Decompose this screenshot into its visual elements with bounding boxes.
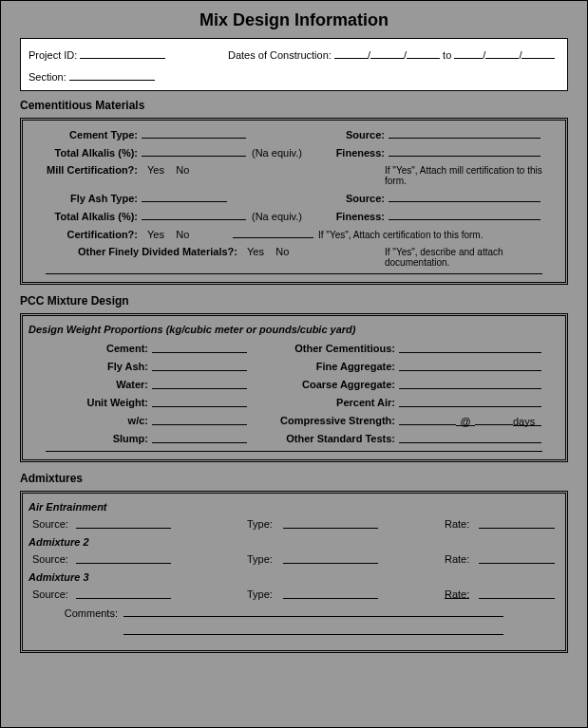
total-alkalis-field-1[interactable] (142, 146, 246, 157)
cert-note: If "Yes", Attach certification to this f… (318, 230, 560, 240)
cementitious-heading: Cementitious Materials (20, 99, 568, 112)
adm3-type-label: Type: (247, 588, 283, 601)
fineness-label-2: Fineness: (318, 211, 385, 222)
pcc-subhead: Design Weight Proportions (kg/cubic mete… (28, 324, 560, 335)
page: Mix Design Information Project ID: Dates… (0, 0, 588, 728)
pcc-water-field[interactable] (152, 379, 247, 389)
adm1-rate-label: Rate: (445, 518, 479, 531)
certification-label: Certification?: (28, 229, 138, 240)
pcc-heading: PCC Mixture Design (20, 294, 568, 308)
project-id-label: Project ID: (28, 49, 77, 61)
source-label-1: Source: (318, 129, 385, 140)
adm1-rate-field[interactable] (479, 518, 555, 529)
admixtures-box: Air Entrainment Source: Type: Rate: Admi… (20, 491, 568, 653)
adm3-source-label: Source: (28, 588, 76, 601)
pcc-other-cem-field[interactable] (399, 343, 541, 353)
adm3-heading: Admixture 3 (28, 571, 560, 583)
pcc-days-label: days (513, 416, 541, 426)
date-to-3[interactable] (522, 48, 555, 59)
project-id-field[interactable] (80, 48, 165, 59)
date-from-1[interactable] (334, 48, 368, 59)
na-equiv-2: (Na equiv.) (252, 211, 318, 222)
pcc-other-cem-label: Other Cementitious: (256, 343, 399, 355)
adm3-type-field[interactable] (283, 588, 378, 599)
pcc-wc-label: w/c: (28, 415, 152, 427)
total-alkalis-label-2: Total Alkalis (%): (28, 211, 138, 222)
pcc-unitweight-field[interactable] (152, 397, 247, 407)
fineness-field-1[interactable] (389, 146, 541, 157)
adm3-source-field[interactable] (76, 588, 171, 599)
pcc-cement-label: Cement: (28, 343, 152, 355)
adm2-rate-field[interactable] (479, 553, 555, 564)
adm2-source-field[interactable] (76, 553, 171, 564)
source-label-2: Source: (318, 193, 385, 204)
section-field[interactable] (69, 70, 155, 81)
section-label: Section: (28, 71, 66, 83)
date-from-3[interactable] (407, 48, 440, 59)
cert-no[interactable]: No (176, 229, 189, 240)
pcc-wc-field[interactable] (152, 415, 247, 425)
mill-cert-label: Mill Certification?: (28, 164, 138, 176)
fly-ash-type-field[interactable] (142, 192, 227, 202)
mill-cert-yes[interactable]: Yes (147, 164, 164, 176)
other-yes[interactable]: Yes (247, 246, 264, 257)
comments-field-1[interactable] (123, 607, 503, 617)
cementitious-sep (46, 273, 542, 274)
cementitious-box: Cement Type: Source: Total Alkalis (%): … (20, 118, 568, 285)
adm3-rate-field[interactable] (479, 588, 555, 599)
pcc-cement-field[interactable] (152, 343, 247, 353)
cement-type-label: Cement Type: (28, 129, 138, 140)
fly-ash-type-label: Fly Ash Type: (28, 193, 138, 204)
pcc-box: Design Weight Proportions (kg/cubic mete… (20, 313, 568, 462)
pcc-sep (46, 451, 542, 452)
fineness-field-2[interactable] (389, 210, 541, 220)
adm2-rate-label: Rate: (445, 553, 479, 566)
adm2-heading: Admixture 2 (28, 536, 560, 548)
total-alkalis-field-2[interactable] (142, 210, 246, 220)
na-equiv-1: (Na equiv.) (252, 147, 318, 159)
adm1-type-field[interactable] (283, 518, 378, 529)
admixtures-heading: Admixtures (20, 472, 568, 485)
air-ent-heading: Air Entrainment (28, 501, 560, 513)
pcc-fineagg-field[interactable] (399, 361, 541, 371)
other-no[interactable]: No (275, 246, 289, 257)
cement-type-field[interactable] (142, 128, 246, 139)
pcc-unitweight-label: Unit Weight: (28, 397, 152, 409)
pcc-percentair-label: Percent Air: (256, 397, 399, 409)
pcc-coarseagg-field[interactable] (399, 379, 541, 389)
mill-cert-no[interactable]: No (176, 164, 189, 176)
fineness-label-1: Fineness: (318, 147, 385, 159)
pcc-flyash-label: Fly Ash: (28, 361, 152, 373)
adm2-type-label: Type: (247, 553, 283, 566)
other-note: If "Yes", describe and attach documentat… (318, 247, 560, 268)
total-alkalis-label-1: Total Alkalis (%): (28, 147, 138, 159)
pcc-percentair-field[interactable] (399, 397, 541, 407)
pcc-comp-label: Compressive Strength: (256, 415, 399, 427)
pcc-comp-field[interactable] (399, 415, 456, 425)
adm1-source-field[interactable] (76, 518, 171, 529)
adm2-type-field[interactable] (283, 553, 378, 564)
source-field-2[interactable] (389, 192, 541, 202)
comments-field-2[interactable] (123, 625, 503, 635)
pcc-slump-field[interactable] (152, 433, 247, 443)
pcc-comp-days-field[interactable] (475, 415, 513, 425)
pcc-othertests-field[interactable] (399, 433, 541, 443)
adm3-rate-label: Rate: (445, 588, 469, 599)
header-box: Project ID: Dates of Construction: // to… (20, 38, 568, 91)
source-field-1[interactable] (389, 128, 541, 139)
pcc-fineagg-label: Fine Aggregate: (256, 361, 399, 373)
adm1-source-label: Source: (28, 518, 76, 531)
date-to-2[interactable] (485, 48, 519, 59)
page-title: Mix Design Information (20, 10, 568, 30)
date-from-2[interactable] (370, 48, 404, 59)
pcc-comp-at: @ (456, 416, 475, 426)
pcc-water-label: Water: (28, 379, 152, 391)
cert-yes[interactable]: Yes (147, 229, 164, 240)
dates-to: to (443, 49, 451, 61)
date-to-1[interactable] (454, 48, 483, 59)
other-finely-label: Other Finely Divided Materials?: (28, 246, 237, 257)
mill-cert-note: If "Yes", Attach mill certification to t… (318, 165, 560, 186)
adm1-type-label: Type: (247, 518, 283, 531)
pcc-flyash-field[interactable] (152, 361, 247, 371)
cert-extra-field[interactable] (233, 228, 313, 238)
